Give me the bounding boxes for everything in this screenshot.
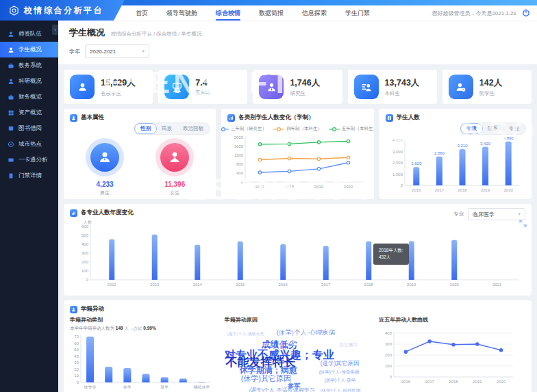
svg-text:200: 200: [82, 260, 89, 264]
svg-text:0: 0: [77, 380, 79, 384]
year-filter-label: 学年: [69, 48, 80, 55]
bar-chart-student-count: 01,0002,0003,0004,0002016201720182019202…: [386, 134, 525, 197]
stat-card-graduate: 1,746人 研究生: [253, 70, 342, 104]
chevron-down-icon: ▾: [518, 211, 521, 217]
bar-chart-panel-icon: [227, 114, 235, 122]
svg-text:800: 800: [236, 162, 244, 166]
tab-ethnicity[interactable]: 民族: [156, 124, 177, 133]
sidebar-item-academic[interactable]: 教务系统: [0, 57, 58, 73]
year-select[interactable]: 2020-2021 ▾: [85, 44, 149, 58]
legend-item: 五年制（本科生）: [329, 126, 374, 132]
svg-text:2000: 2000: [234, 135, 244, 140]
person-panel-icon: [70, 306, 77, 313]
svg-text:2020: 2020: [450, 283, 460, 287]
svg-text:1600: 1600: [234, 144, 244, 148]
sidebar-item-label: 师资队伍: [18, 30, 42, 38]
person-icon: [8, 31, 14, 38]
sidebar-item-label: 教务系统: [18, 62, 42, 70]
stat-card-undergraduate: 13,743人 本科生: [348, 70, 437, 104]
briefcase-icon: [8, 94, 14, 101]
tab-grade[interactable]: 年级: [460, 123, 483, 134]
sidebar-item-onecard[interactable]: 一卡通分析: [0, 152, 58, 168]
svg-text:0: 0: [241, 180, 244, 184]
nav-item-explore[interactable]: 信息探索: [302, 6, 327, 21]
wordcloud-term: (退学)个人-不适应课程学习: [249, 388, 315, 392]
nav-item-cockpit[interactable]: 领导驾驶舱: [166, 6, 197, 21]
page-header: 学生概况 校情综合分析平台 / 综合校情 / 学生概况 学年 2020-2021…: [58, 21, 537, 64]
nav-item-briefing[interactable]: 数据简报: [259, 6, 284, 21]
stat-value: 1,746人: [290, 77, 320, 89]
stat-label: 生师比: [195, 89, 211, 96]
svg-text:40: 40: [74, 354, 79, 358]
line-chart-by-schooling: 04008001200160020002017201820192020: [227, 133, 367, 194]
grid-panel-icon: [386, 114, 393, 122]
svg-text:30: 30: [74, 361, 79, 365]
app-title: 校情综合分析平台: [24, 5, 103, 16]
svg-text:2019: 2019: [407, 283, 416, 287]
svg-text:2019: 2019: [481, 188, 490, 192]
stat-label: 在校学生: [101, 90, 136, 97]
svg-text:2017: 2017: [434, 188, 444, 192]
breadcrumb: 校情综合分析平台 / 综合校情 / 学生概况: [111, 31, 202, 38]
tab-department[interactable]: 院系: [482, 124, 503, 133]
stat-value: 15,629人: [101, 77, 136, 89]
svg-text:2015: 2015: [236, 283, 245, 287]
sidebar-item-students[interactable]: 学生概况: [0, 42, 58, 57]
nav-item-home[interactable]: 首页: [136, 6, 148, 21]
stat-card-international: 142人 留学生: [442, 70, 532, 104]
svg-text:200: 200: [385, 353, 392, 357]
sidebar-item-research[interactable]: 科研概况: [0, 73, 58, 89]
legend-item: 三年制（研究生）: [221, 126, 266, 132]
tab-political[interactable]: 政治面貌: [177, 124, 209, 133]
svg-text:继续休学: 继续休学: [193, 385, 210, 389]
top-header: 校情综合分析平台 首页 领导驾驶舱 综合校情 数据简报 信息探索 学生门禁 您好…: [0, 0, 537, 21]
sidebar-item-label: 财务概览: [18, 93, 42, 101]
stat-value: 13,743人: [385, 77, 420, 89]
svg-text:0: 0: [390, 375, 392, 379]
tab-gender[interactable]: 性别: [134, 123, 157, 134]
svg-text:0: 0: [400, 183, 403, 187]
panel-title: 各专业人数年度变化: [81, 209, 134, 217]
svg-text:50: 50: [74, 348, 79, 352]
nav-item-campus[interactable]: 综合校情: [216, 6, 240, 21]
wordcloud-term: (休学)个人-传染疾病: [319, 370, 360, 375]
sidebar-item-teachers[interactable]: 师资队伍: [0, 26, 58, 42]
svg-text:400: 400: [236, 171, 244, 175]
briefcase-icon: [8, 62, 14, 69]
svg-text:2018: 2018: [449, 380, 459, 384]
stat-card-ratio: 7.4 生师比: [158, 70, 247, 104]
svg-text:2021: 2021: [492, 283, 502, 287]
sidebar-item-access-detail[interactable]: 门禁详情: [0, 168, 58, 183]
stat-value: 142人: [479, 77, 502, 89]
status-change-reasons-section: 学籍异动原因 (退学)个人-成绩低劣(休学)个人-心理疾病成绩低劣其它原因对专业…: [225, 316, 371, 392]
nav-item-access[interactable]: 学生门禁: [345, 6, 370, 21]
power-icon[interactable]: [522, 9, 530, 17]
person-badge-icon: [449, 75, 473, 99]
panel-student-count: 学生人数 年级 院系 专业 01,0002,0003,0004,00020162…: [379, 109, 532, 199]
sidebar-item-library[interactable]: 图书借阅: [0, 120, 58, 136]
male-stat: 4,233 男生: [86, 138, 124, 196]
svg-text:休学: 休学: [123, 385, 132, 389]
svg-text:10: 10: [74, 374, 79, 378]
major-select[interactable]: 临床医学 ▾: [468, 208, 525, 220]
sidebar-item-label: 学生概况: [18, 46, 42, 54]
panel-title: 学籍异动: [81, 305, 104, 313]
svg-text:1,000: 1,000: [392, 172, 403, 177]
sidebar-item-finance[interactable]: 财务概览: [0, 89, 58, 105]
greeting-text: 您好超级管理员，今天是2021.1.21: [432, 10, 516, 17]
sidebar-item-assets[interactable]: 资产概览: [0, 105, 58, 120]
bar-chart-major-yearly: 0100200300400500600201220132014201520162…: [70, 220, 525, 291]
tab-major[interactable]: 专业: [503, 124, 525, 133]
major-select-value: 临床医学: [473, 211, 495, 218]
fullscreen-icon[interactable]: [519, 220, 527, 227]
graduate-icon: [259, 75, 284, 99]
attribute-tabs: 性别 民族 政治面貌: [134, 122, 210, 135]
svg-text:转专业: 转专业: [84, 385, 97, 389]
sub-title: 学籍异动原因: [225, 316, 371, 324]
sidebar-collapse-button[interactable]: ‹: [52, 25, 58, 35]
door-icon: [8, 172, 14, 179]
line-chart-status-curve: 010020030040020162017201820192020: [379, 329, 525, 388]
status-change-type-section: 学籍异动类别 本学年学籍异动人数为 149 人，占比 0.99% 0102030…: [70, 316, 216, 392]
sidebar-item-hotspots[interactable]: 城市热点: [0, 136, 58, 152]
svg-text:600: 600: [82, 224, 89, 228]
